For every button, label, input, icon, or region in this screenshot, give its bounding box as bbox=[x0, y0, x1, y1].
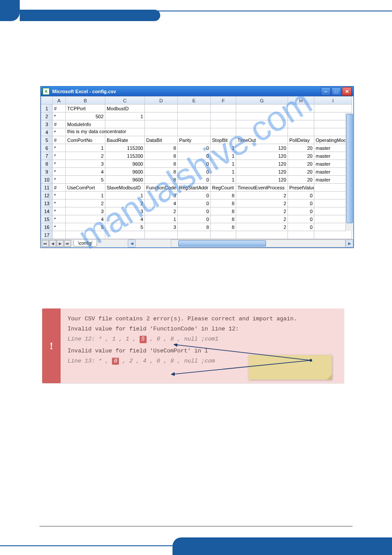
cell[interactable]: # bbox=[53, 184, 66, 192]
cell[interactable] bbox=[236, 231, 288, 239]
cell[interactable]: 3 bbox=[105, 207, 145, 215]
cell[interactable]: PollDelay bbox=[288, 136, 314, 144]
next-sheet-button[interactable]: ▶ bbox=[57, 240, 64, 247]
cell[interactable]: 2 bbox=[236, 207, 288, 215]
cell[interactable]: 0 bbox=[178, 215, 211, 223]
maximize-button[interactable]: □ bbox=[331, 87, 341, 96]
cell[interactable]: DataBit bbox=[145, 136, 178, 144]
cell[interactable]: 8 bbox=[145, 160, 178, 168]
row-header[interactable]: 17 bbox=[41, 231, 53, 239]
cell[interactable]: 0 bbox=[178, 192, 211, 200]
cell[interactable] bbox=[288, 105, 314, 112]
cell[interactable]: 0 bbox=[178, 160, 211, 168]
cell[interactable]: SlaveModbusID bbox=[105, 184, 145, 192]
cell[interactable]: 0 bbox=[288, 192, 314, 200]
cell[interactable]: 3 bbox=[66, 160, 105, 168]
cell[interactable]: 502 bbox=[66, 112, 105, 120]
cell[interactable]: # bbox=[53, 105, 66, 112]
row-header[interactable]: 5 bbox=[41, 136, 53, 144]
cell[interactable]: 0 bbox=[288, 207, 314, 215]
cell[interactable]: 115200 bbox=[105, 152, 145, 160]
cell[interactable]: 0 bbox=[288, 200, 314, 207]
cell[interactable]: 8 bbox=[145, 144, 178, 152]
col-header[interactable]: C bbox=[105, 97, 145, 105]
cell[interactable] bbox=[314, 231, 352, 239]
cell[interactable] bbox=[211, 128, 236, 136]
cell[interactable]: FunctionCode bbox=[145, 184, 178, 192]
cell[interactable]: 20 bbox=[288, 144, 314, 152]
row-header[interactable]: 7 bbox=[41, 152, 53, 160]
cell[interactable]: * bbox=[53, 215, 66, 223]
last-sheet-button[interactable]: ⏭ bbox=[64, 240, 71, 247]
cell[interactable]: 4 bbox=[145, 200, 178, 207]
cell[interactable]: * bbox=[53, 160, 66, 168]
cell[interactable]: 0 bbox=[178, 144, 211, 152]
cell[interactable]: ModbusID bbox=[105, 105, 145, 112]
cell[interactable]: 120 bbox=[236, 168, 288, 176]
row-header[interactable]: 13 bbox=[41, 200, 53, 207]
cell[interactable]: 120 bbox=[236, 176, 288, 184]
cell[interactable]: * bbox=[53, 144, 66, 152]
row-header[interactable]: 2 bbox=[41, 112, 53, 120]
cell[interactable]: 2 bbox=[105, 200, 145, 207]
cell[interactable] bbox=[211, 231, 236, 239]
horizontal-scrollbar-thumb[interactable] bbox=[178, 240, 266, 247]
col-header[interactable]: I bbox=[314, 97, 352, 105]
vertical-scrollbar-thumb[interactable] bbox=[346, 114, 353, 223]
cell[interactable]: ModuleInfo bbox=[66, 120, 105, 128]
cell[interactable]: * bbox=[53, 192, 66, 200]
cell[interactable]: # bbox=[53, 136, 66, 144]
cell[interactable]: PresetValue bbox=[288, 184, 314, 192]
col-header[interactable]: D bbox=[145, 97, 178, 105]
cell[interactable]: 0 bbox=[288, 223, 314, 231]
cell[interactable]: RegCount bbox=[211, 184, 236, 192]
cell[interactable] bbox=[145, 120, 178, 128]
cell[interactable]: 5 bbox=[105, 223, 145, 231]
cell[interactable] bbox=[288, 128, 314, 136]
row-header[interactable]: 6 bbox=[41, 144, 53, 152]
cell[interactable]: 1 bbox=[105, 112, 145, 120]
cell[interactable]: 120 bbox=[236, 144, 288, 152]
row-header[interactable]: 1 bbox=[41, 105, 53, 112]
cell[interactable] bbox=[236, 112, 288, 120]
cell[interactable] bbox=[178, 128, 211, 136]
cell[interactable]: 20 bbox=[288, 168, 314, 176]
cell[interactable]: * bbox=[53, 168, 66, 176]
cell[interactable]: 8 bbox=[178, 223, 211, 231]
cell[interactable]: 8 bbox=[211, 223, 236, 231]
cell[interactable] bbox=[288, 231, 314, 239]
cell[interactable]: 120 bbox=[236, 160, 288, 168]
cell[interactable] bbox=[211, 120, 236, 128]
cell[interactable]: 4 bbox=[105, 215, 145, 223]
cell[interactable]: 2 bbox=[66, 152, 105, 160]
cell[interactable]: * bbox=[53, 207, 66, 215]
cell[interactable] bbox=[145, 112, 178, 120]
cell[interactable] bbox=[236, 128, 288, 136]
cell[interactable]: * bbox=[53, 200, 66, 207]
excel-titlebar[interactable]: X Microsoft Excel - config.csv – □ ✕ bbox=[41, 87, 353, 96]
cell[interactable] bbox=[288, 120, 314, 128]
col-header[interactable]: B bbox=[66, 97, 105, 105]
cell[interactable]: 5 bbox=[66, 176, 105, 184]
cell[interactable]: 0 bbox=[178, 152, 211, 160]
cell[interactable]: 3 bbox=[66, 207, 105, 215]
cell[interactable]: 1 bbox=[105, 192, 145, 200]
cell[interactable]: 2 bbox=[66, 200, 105, 207]
first-sheet-button[interactable]: ⏮ bbox=[42, 240, 49, 247]
cell[interactable]: # bbox=[53, 120, 66, 128]
cell[interactable]: 2 bbox=[145, 207, 178, 215]
cell[interactable]: RegStartAddr bbox=[178, 184, 211, 192]
cell[interactable] bbox=[288, 112, 314, 120]
row-header[interactable]: 9 bbox=[41, 168, 53, 176]
vertical-scrollbar[interactable] bbox=[345, 113, 353, 231]
cell[interactable] bbox=[145, 231, 178, 239]
cell[interactable] bbox=[53, 231, 66, 239]
cell[interactable]: 8 bbox=[211, 192, 236, 200]
sheet-tab-config[interactable]: \config/ bbox=[73, 240, 97, 247]
cell[interactable]: TCPPort bbox=[66, 105, 105, 112]
prev-sheet-button[interactable]: ◀ bbox=[49, 240, 56, 247]
cell[interactable]: 1 bbox=[211, 168, 236, 176]
cell[interactable]: 1 bbox=[211, 144, 236, 152]
cell[interactable]: 9600 bbox=[105, 168, 145, 176]
cell[interactable] bbox=[145, 105, 178, 112]
